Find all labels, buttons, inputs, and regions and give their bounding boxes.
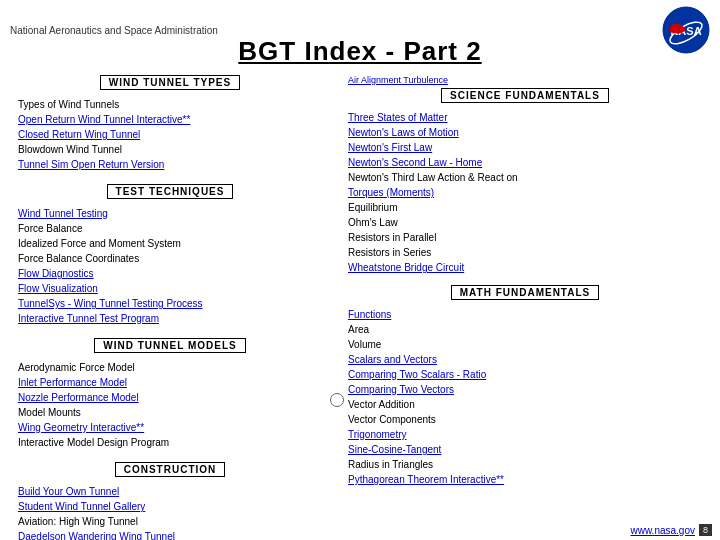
list-item: Idealized Force and Moment System [18,236,330,251]
list-item: Ohm's Law [348,215,710,230]
list-item[interactable]: Flow Diagnostics [18,266,330,281]
section-title-construction: CONSTRUCTION [115,462,226,477]
page-title-container: BGT Index - Part 2 [0,36,720,67]
list-item[interactable]: Comparing Two Scalars - Ratio [348,367,710,382]
list-item: Resistors in Series [348,245,710,260]
list-item[interactable]: Nozzle Performance Model [18,390,330,405]
construction-list: Build Your Own Tunnel Student Wind Tunne… [10,484,330,540]
list-item[interactable]: Inlet Performance Model [18,375,330,390]
list-item[interactable]: Newton's First Law [348,140,710,155]
section-title-wind-tunnel-types: WIND TUNNEL TYPES [100,75,240,90]
list-item[interactable]: Flow Visualization [18,281,330,296]
section-wind-tunnel-types: WIND TUNNEL TYPES Types of Wind Tunnels … [10,75,330,172]
list-item[interactable]: Tunnel Sim Open Return Version [18,157,330,172]
list-item[interactable]: Trigonometry [348,427,710,442]
footer-page-num: 8 [699,524,712,536]
list-item[interactable]: TunnelSys - Wing Tunnel Testing Process [18,296,330,311]
list-item[interactable]: Comparing Two Vectors [348,382,710,397]
list-item: Newton's Third Law Action & React on [348,170,710,185]
section-math-fundamentals: MATH FUNDAMENTALS Functions Area Volume … [340,285,710,487]
section-title-wind-tunnel-models: WIND TUNNEL MODELS [94,338,245,353]
list-item[interactable]: Build Your Own Tunnel [18,484,330,499]
list-item: Aerodynamic Force Model [18,360,330,375]
list-item[interactable]: Newton's Second Law - Home [348,155,710,170]
list-item: Radius in Triangles [348,457,710,472]
nasa-logo: NASA [662,6,710,54]
section-title-math-fundamentals: MATH FUNDAMENTALS [451,285,600,300]
list-item[interactable]: Daedelson Wandering Wing Tunnel [18,529,330,540]
wind-tunnel-types-list: Types of Wind Tunnels Open Return Wind T… [10,97,330,172]
footer: www.nasa.gov 8 [631,524,713,536]
list-item: Vector Components [348,412,710,427]
list-item[interactable]: Wheatstone Bridge Circuit [348,260,710,275]
list-item[interactable]: Pythagorean Theorem Interactive** [348,472,710,487]
list-item[interactable]: Newton's Laws of Motion [348,125,710,140]
test-techniques-list: Wind Tunnel Testing Force Balance Ideali… [10,206,330,326]
list-item: Area [348,322,710,337]
right-column: Air Alignment Turbulence SCIENCE FUNDAME… [340,75,710,540]
list-item[interactable]: Functions [348,307,710,322]
list-item[interactable]: Sine-Cosine-Tangent [348,442,710,457]
section-title-science-fundamentals: SCIENCE FUNDAMENTALS [441,88,609,103]
list-item[interactable]: Closed Return Wing Tunnel [18,127,330,142]
list-item: Types of Wind Tunnels [18,97,330,112]
list-item: Model Mounts [18,405,330,420]
list-item: Resistors in Parallel [348,230,710,245]
org-name: National Aeronautics and Space Administr… [10,25,218,36]
list-item[interactable]: Interactive Tunnel Test Program [18,311,330,326]
list-item: Force Balance Coordinates [18,251,330,266]
list-item: Force Balance [18,221,330,236]
page-title: BGT Index - Part 2 [238,36,481,66]
list-item: Vector Addition [348,397,710,412]
list-item: Equilibrium [348,200,710,215]
footer-url[interactable]: www.nasa.gov [631,525,695,536]
left-column: WIND TUNNEL TYPES Types of Wind Tunnels … [10,75,330,540]
list-item[interactable]: Student Wind Tunnel Gallery [18,499,330,514]
list-item: Volume [348,337,710,352]
section-test-techniques: TEST TECHNIQUES Wind Tunnel Testing Forc… [10,184,330,326]
section-construction: CONSTRUCTION Build Your Own Tunnel Stude… [10,462,330,540]
top-right-note: Air Alignment Turbulence [340,75,710,85]
list-item: Blowdown Wind Tunnel [18,142,330,157]
list-item[interactable]: Torques (Moments) [348,185,710,200]
science-fundamentals-list: Three States of Matter Newton's Laws of … [340,110,710,275]
main-content: WIND TUNNEL TYPES Types of Wind Tunnels … [0,75,720,540]
math-fundamentals-list: Functions Area Volume Scalars and Vector… [340,307,710,487]
list-item: Aviation: High Wing Tunnel [18,514,330,529]
section-wind-tunnel-models: WIND TUNNEL MODELS Aerodynamic Force Mod… [10,338,330,450]
list-item[interactable]: Wind Tunnel Testing [18,206,330,221]
list-item[interactable]: Three States of Matter [348,110,710,125]
list-item[interactable]: Open Return Wind Tunnel Interactive** [18,112,330,127]
list-item[interactable]: Wing Geometry Interactive** [18,420,330,435]
section-science-fundamentals: SCIENCE FUNDAMENTALS Three States of Mat… [340,88,710,275]
list-item: Interactive Model Design Program [18,435,330,450]
section-title-test-techniques: TEST TECHNIQUES [107,184,234,199]
wind-tunnel-models-list: Aerodynamic Force Model Inlet Performanc… [10,360,330,450]
list-item[interactable]: Scalars and Vectors [348,352,710,367]
